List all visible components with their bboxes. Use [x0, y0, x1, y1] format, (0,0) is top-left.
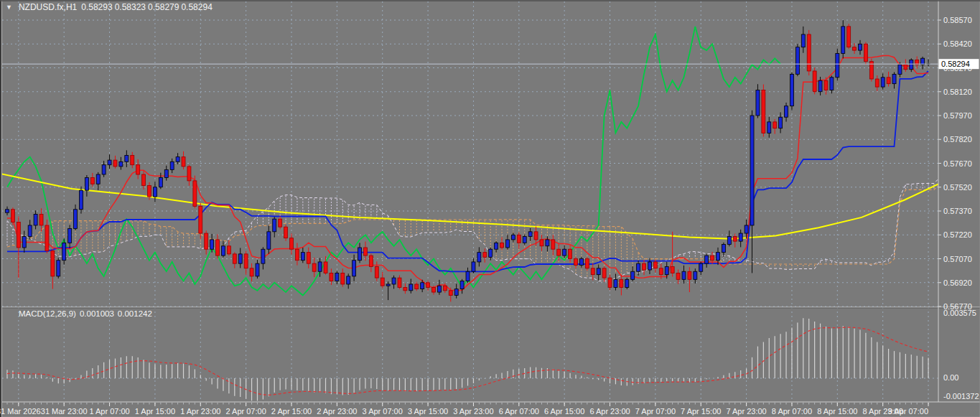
- title-close: 0.58294: [181, 2, 212, 12]
- time-axis-label: 31 Mar 23:00: [41, 407, 88, 416]
- macd-axis-label: 0.003575: [943, 309, 976, 317]
- chart-window: { "window": { "title": {"symbol": "NZDUS…: [0, 0, 980, 417]
- title-ohlc: 0.58293 0.58323 0.58279 0.58294: [83, 2, 213, 12]
- macd-indicator-label: MACD(12,26,9) 0.001003 0.001242: [19, 309, 152, 318]
- time-axis-label: 1 Apr 07:00: [89, 407, 129, 416]
- price-axis-label: 0.57670: [943, 159, 972, 168]
- price-chart-canvas[interactable]: 0.585700.584200.582700.581200.579700.578…: [0, 0, 980, 417]
- title-low: 0.58279: [148, 2, 179, 12]
- time-axis-label: 8 Apr 15:00: [817, 407, 857, 416]
- time-axis-label: 9 Apr 07:00: [888, 407, 928, 416]
- time-axis-label: 2 Apr 23:00: [317, 407, 357, 416]
- time-axis-label: 7 Apr 07:00: [635, 407, 676, 416]
- title-open: 0.58293: [81, 2, 112, 12]
- time-axis-label: 3 Apr 07:00: [363, 407, 403, 416]
- price-axis-label: 0.58120: [943, 88, 972, 96]
- macd-axis-label: -0.001372: [943, 392, 979, 400]
- macd-signal-value: 0.001242: [118, 309, 152, 318]
- time-axis-label: 6 Apr 15:00: [544, 407, 584, 416]
- time-axis-label: 6 Apr 07:00: [499, 407, 539, 416]
- price-axis-label: 0.57970: [943, 111, 972, 120]
- macd-value: 0.001003: [80, 309, 114, 318]
- price-axis-label: 0.56920: [943, 278, 972, 287]
- svg-text:0.58294: 0.58294: [941, 60, 970, 68]
- time-axis-label: 3 Apr 23:00: [453, 407, 493, 416]
- price-axis-label: 0.58570: [943, 16, 972, 24]
- price-axis-label: 0.58420: [943, 39, 972, 48]
- chart-background: [0, 0, 980, 417]
- time-axis-label: 1 Apr 23:00: [180, 407, 220, 416]
- time-axis-label: 31 Mar 2026: [0, 407, 41, 416]
- price-axis-label: 0.57220: [943, 230, 972, 239]
- price-axis-label: 0.57370: [943, 207, 972, 215]
- current-price-tag: 0.58294: [939, 59, 979, 69]
- time-axis-label: 6 Apr 23:00: [589, 407, 630, 416]
- title-symbol: NZDUSD.fx,H1: [19, 2, 77, 12]
- time-axis-label: 7 Apr 15:00: [681, 407, 721, 416]
- price-axis-label: 0.57520: [943, 183, 972, 192]
- price-axis-label: 0.57070: [943, 255, 972, 263]
- time-axis-label: 2 Apr 07:00: [225, 407, 266, 416]
- time-axis-label: 7 Apr 23:00: [726, 407, 766, 416]
- time-axis-label: 2 Apr 15:00: [271, 407, 312, 416]
- time-axis-label: 8 Apr 07:00: [772, 407, 812, 416]
- macd-name: MACD(12,26,9): [19, 309, 76, 318]
- title-high: 0.58323: [115, 2, 146, 12]
- price-axis-label: 0.57820: [943, 135, 972, 144]
- chart-title: ▼ NZDUSD.fx,H1 0.58293 0.58323 0.58279 0…: [6, 2, 213, 12]
- time-axis-label: 3 Apr 15:00: [408, 407, 448, 416]
- time-axis-label: 1 Apr 15:00: [135, 407, 175, 416]
- macd-axis-label: 0.00: [943, 373, 958, 382]
- symbol-dropdown-icon[interactable]: ▼: [6, 4, 12, 11]
